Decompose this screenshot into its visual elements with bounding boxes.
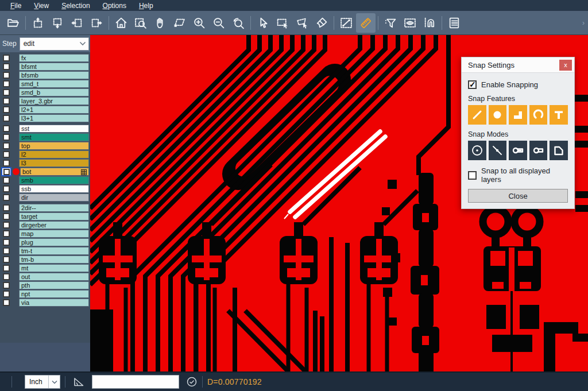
layer-group: fx bfsmt bfsmb smd_t smd_b layer_3.gbr l…: [0, 54, 89, 122]
snap-mode-midpoint-button[interactable]: [489, 141, 507, 160]
folder-open-icon: [7, 17, 20, 29]
layer-visibility-checkbox[interactable]: [3, 185, 10, 192]
layer-name: npt: [21, 291, 30, 297]
pan-right-button[interactable]: [87, 13, 106, 33]
menu-selection[interactable]: Selection: [56, 1, 95, 10]
enable-snapping-row[interactable]: Enable Snapping: [468, 80, 568, 89]
angle-measure-icon[interactable]: [72, 375, 85, 388]
filter-button[interactable]: [381, 13, 400, 33]
layer-visibility-checkbox[interactable]: [3, 230, 10, 237]
menu-help[interactable]: Help: [133, 1, 159, 10]
snap-feature-arc-button[interactable]: [529, 105, 548, 125]
snap-mode-outline-button[interactable]: [550, 141, 568, 160]
ruler-button[interactable]: [356, 13, 376, 33]
pan-hand-button[interactable]: [150, 13, 170, 33]
snap-mode-slot-button[interactable]: [529, 141, 548, 160]
unit-select[interactable]: Inch: [25, 375, 60, 389]
apply-check-icon[interactable]: [186, 376, 198, 388]
layer-visibility-checkbox[interactable]: [3, 89, 10, 96]
select-polygon-button[interactable]: [292, 13, 312, 33]
zoom-window-button[interactable]: [131, 13, 150, 33]
layer-name: smd_b: [21, 89, 40, 96]
layer-visibility-checkbox[interactable]: [3, 98, 10, 104]
layer-visibility-checkbox[interactable]: [3, 115, 10, 122]
snap-feature-text-button[interactable]: [550, 105, 568, 125]
layer-visibility-checkbox[interactable]: [3, 273, 10, 280]
step-select[interactable]: edit: [20, 37, 89, 51]
layer-visibility-checkbox[interactable]: [3, 160, 10, 167]
layer-visibility-checkbox[interactable]: [3, 194, 10, 201]
status-bar: Inch D=0.00770192: [0, 371, 588, 391]
hand-icon: [154, 17, 167, 29]
ruler-icon: [359, 17, 372, 29]
layer-visibility-checkbox[interactable]: [3, 177, 10, 184]
menu-file[interactable]: File: [5, 1, 27, 10]
zoom-out-button[interactable]: [209, 13, 229, 33]
toolbar-overflow-chevron[interactable]: ›: [582, 19, 585, 27]
cam-editor-window: File View Selection Options Help: [0, 0, 588, 391]
layer-visibility-checkbox[interactable]: [3, 239, 10, 246]
menu-bar: File View Selection Options Help: [0, 0, 588, 11]
layer-visibility-checkbox[interactable]: [3, 256, 10, 263]
measure-line-button[interactable]: [336, 13, 356, 33]
layer-visibility-checkbox[interactable]: [3, 55, 10, 61]
measure-input[interactable]: [92, 375, 179, 389]
layer-visibility-checkbox-selected[interactable]: [2, 168, 11, 176]
snap-all-layers-row[interactable]: Snap to all displayed layers: [468, 167, 568, 184]
dialog-close-button[interactable]: Close: [468, 189, 568, 203]
layer-visibility-checkbox[interactable]: [3, 247, 10, 254]
pan-up-button[interactable]: [28, 13, 48, 33]
snap-mode-center-button[interactable]: [468, 141, 486, 160]
dialog-titlebar[interactable]: Snap Settings x: [462, 57, 574, 73]
view-options-button[interactable]: [400, 13, 420, 33]
layer-visibility-checkbox[interactable]: [3, 291, 10, 297]
zoom-polygon-button[interactable]: [170, 13, 189, 33]
pan-down-button[interactable]: [48, 13, 67, 33]
layer-name: l2+1: [21, 106, 33, 113]
layer-visibility-checkbox[interactable]: [3, 125, 10, 132]
select-button[interactable]: [253, 13, 273, 33]
layer-row: plug: [0, 238, 89, 246]
zoom-polygon-icon: [173, 17, 186, 29]
zoom-previous-button[interactable]: [229, 13, 248, 33]
filter-icon: [384, 17, 397, 29]
layer-name: dirgerber: [21, 222, 47, 229]
zoom-in-button[interactable]: [189, 13, 209, 33]
dialog-close-icon[interactable]: x: [559, 60, 572, 71]
layer-visibility-checkbox[interactable]: [3, 222, 10, 229]
snap-feature-line-button[interactable]: [468, 105, 486, 125]
snap-all-layers-checkbox[interactable]: [468, 171, 477, 180]
layer-visibility-checkbox[interactable]: [3, 134, 10, 141]
layer-visibility-checkbox[interactable]: [3, 213, 10, 220]
snap-feature-corner-button[interactable]: [509, 105, 527, 125]
clean-button[interactable]: [312, 13, 331, 33]
layer-visibility-checkbox[interactable]: [3, 63, 10, 70]
layer-visibility-checkbox[interactable]: [3, 204, 10, 211]
layer-visibility-checkbox[interactable]: [3, 72, 10, 79]
home-view-button[interactable]: [111, 13, 131, 33]
snap-feature-pad-button[interactable]: [489, 105, 507, 125]
layer-visibility-checkbox[interactable]: [3, 142, 10, 149]
layer-visibility-checkbox[interactable]: [3, 151, 10, 158]
layer-visibility-checkbox[interactable]: [3, 282, 10, 289]
layer-name: plug: [21, 239, 33, 246]
layer-row: tm-b: [0, 255, 89, 264]
layer-visibility-checkbox[interactable]: [3, 80, 10, 87]
layer-name: l3: [21, 160, 26, 167]
layer-visibility-checkbox[interactable]: [3, 265, 10, 272]
layer-row: smd_t: [0, 80, 89, 88]
enable-snapping-checkbox[interactable]: [468, 80, 477, 89]
snap-mode-slot-end-button[interactable]: [509, 141, 527, 160]
layer-row: smb: [0, 176, 89, 184]
snap-button[interactable]: [420, 13, 439, 33]
open-button[interactable]: [3, 13, 23, 33]
report-button[interactable]: [444, 13, 464, 33]
report-icon: [448, 17, 461, 29]
layer-visibility-checkbox[interactable]: [3, 299, 10, 306]
menu-options[interactable]: Options: [97, 1, 132, 10]
pan-left-button[interactable]: [67, 13, 87, 33]
slot-snap-icon: [532, 144, 546, 157]
layer-visibility-checkbox[interactable]: [3, 106, 10, 113]
menu-view[interactable]: View: [28, 1, 55, 10]
select-rectangle-button[interactable]: [273, 13, 292, 33]
